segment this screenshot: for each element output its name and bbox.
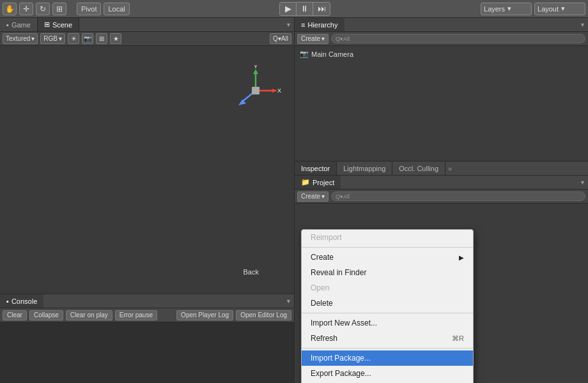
refresh-label: Refresh <box>311 334 337 343</box>
menu-sep-1 <box>302 247 473 248</box>
game-tab-icon: ▪ <box>6 21 9 29</box>
hierarchy-panel: ≡ Hierarchy ▼ Create ▾ Q▾All 📷 Main Came <box>295 18 588 161</box>
console-icon: ▪ <box>6 297 9 305</box>
hierarchy-content: 📷 Main Camera <box>295 46 588 161</box>
create-menu-label: Create <box>311 253 334 262</box>
tab-project[interactable]: 📁 Project <box>295 176 341 189</box>
menu-open: Open <box>302 280 473 296</box>
svg-text:X: X <box>277 87 281 94</box>
clear-on-play-btn[interactable]: Clear on play <box>66 310 112 320</box>
camera-item-icon: 📷 <box>300 50 309 58</box>
menu-refresh[interactable]: Refresh ⌘R <box>302 331 473 346</box>
tab-hierarchy[interactable]: ≡ Hierarchy <box>295 18 344 31</box>
menu-import-package[interactable]: Import Package... <box>302 350 473 366</box>
svg-rect-8 <box>252 87 259 94</box>
context-menu: Reimport Create ▶ Reveal in Finder Open … <box>301 229 474 383</box>
grid-btn[interactable]: ⊞ <box>96 33 107 44</box>
tab-scene[interactable]: ⊞ Scene <box>38 18 79 31</box>
rgb-dropdown[interactable]: RGB ▾ <box>40 33 65 44</box>
hierarchy-create-btn[interactable]: Create ▾ <box>297 34 329 44</box>
hierarchy-minimize-btn[interactable]: ▼ <box>577 22 588 28</box>
local-btn[interactable]: Local <box>104 3 129 15</box>
all-label: Q▾All <box>273 35 288 42</box>
svg-marker-4 <box>272 89 277 93</box>
layers-dropdown[interactable]: Layers ▾ <box>481 3 532 15</box>
all-dropdown[interactable]: Q▾All <box>270 33 291 44</box>
fx-btn[interactable]: ★ <box>110 33 121 44</box>
inspector-tabs: Inspector Lightmapping Occl. Culling » <box>295 161 588 176</box>
project-toolbar: Create ▾ Q▾All <box>295 190 588 204</box>
play-controls: ▶ ⏸ ⏭ <box>279 2 330 16</box>
sun-btn[interactable]: ☀ <box>68 33 79 44</box>
tab-occl-culling[interactable]: Occl. Culling <box>392 161 445 175</box>
rgb-label: RGB <box>43 35 58 42</box>
open-label: Open <box>311 283 329 292</box>
hierarchy-header: ≡ Hierarchy ▼ <box>295 18 588 32</box>
menu-import-new-asset[interactable]: Import New Asset... <box>302 315 473 331</box>
console-minimize-icon: ▼ <box>286 298 291 304</box>
scale-tool-btn[interactable]: ⊞ <box>52 3 66 15</box>
inspector-tabs-overflow[interactable]: » <box>445 165 454 172</box>
pause-btn[interactable]: ⏸ <box>297 3 313 15</box>
console-minimize-btn[interactable]: ▼ <box>283 294 294 308</box>
console-toolbar: Clear Collapse Clear on play Error pause… <box>0 308 294 322</box>
project-create-btn[interactable]: Create ▾ <box>297 192 329 202</box>
scene-minimize-btn[interactable]: ▼ <box>283 18 294 31</box>
menu-create[interactable]: Create ▶ <box>302 250 473 265</box>
hierarchy-icon: ≡ <box>301 21 305 29</box>
pivot-btn[interactable]: Pivot <box>77 3 101 15</box>
tab-inspector[interactable]: Inspector <box>295 161 337 175</box>
hierarchy-search[interactable]: Q▾All <box>331 34 585 43</box>
camera-btn[interactable]: 📷 <box>82 33 93 44</box>
error-pause-btn[interactable]: Error pause <box>115 310 157 320</box>
step-btn[interactable]: ⏭ <box>313 3 330 15</box>
menu-reveal-finder[interactable]: Reveal in Finder <box>302 265 473 280</box>
project-search-text: Q▾All <box>336 193 350 200</box>
rotate-tool-btn[interactable]: ↻ <box>36 3 50 15</box>
play-btn[interactable]: ▶ <box>280 3 297 15</box>
console-tabbar: ▪ Console ▼ <box>0 294 294 308</box>
import-package-label: Import Package... <box>311 354 371 363</box>
tab-game[interactable]: ▪ Game <box>0 18 38 31</box>
svg-marker-1 <box>253 69 258 74</box>
project-search[interactable]: Q▾All <box>331 192 585 201</box>
collapse-btn[interactable]: Collapse <box>29 310 63 320</box>
hierarchy-toolbar: Create ▾ Q▾All <box>295 32 588 46</box>
open-editor-log-btn[interactable]: Open Editor Log <box>236 310 291 320</box>
left-panel: ▪ Game ⊞ Scene ▼ Textured ▾ RGB ▾ ☀ 📷 <box>0 18 295 383</box>
layers-label: Layers <box>484 5 506 13</box>
project-content: Reimport Create ▶ Reveal in Finder Open … <box>295 204 588 383</box>
back-label: Back <box>244 268 259 276</box>
project-header: 📁 Project ▼ <box>295 176 588 190</box>
project-tab-label: Project <box>313 179 334 186</box>
clear-btn[interactable]: Clear <box>3 310 27 320</box>
hierarchy-item-main-camera[interactable]: 📷 Main Camera <box>297 49 585 59</box>
delete-label: Delete <box>311 299 333 308</box>
move-tool-btn[interactable]: ✛ <box>19 3 33 15</box>
textured-label: Textured <box>6 35 30 42</box>
top-toolbar: ✋ ✛ ↻ ⊞ Pivot Local ▶ ⏸ ⏭ Layers ▾ Layou… <box>0 0 588 18</box>
menu-export-package[interactable]: Export Package... <box>302 366 473 381</box>
open-player-log-btn[interactable]: Open Player Log <box>176 310 233 320</box>
project-panel: 📁 Project ▼ Create ▾ Q▾All R <box>295 176 588 383</box>
hand-tool-btn[interactable]: ✋ <box>3 3 17 15</box>
project-icon: 📁 <box>301 178 310 186</box>
menu-delete[interactable]: Delete <box>302 296 473 311</box>
create-label: Create <box>301 35 320 42</box>
project-minimize-btn[interactable]: ▼ <box>577 179 588 186</box>
scene-tab-icon: ⊞ <box>44 20 50 29</box>
scene-content: Y X Back <box>0 46 294 294</box>
textured-arrow-icon: ▾ <box>31 35 35 42</box>
minimize-icon: ▼ <box>286 22 291 28</box>
scene-toolbar: Textured ▾ RGB ▾ ☀ 📷 ⊞ ★ Q▾All <box>0 32 294 46</box>
hierarchy-tab-label: Hierarchy <box>307 21 337 29</box>
textured-dropdown[interactable]: Textured ▾ <box>3 33 38 44</box>
main-area: ▪ Game ⊞ Scene ▼ Textured ▾ RGB ▾ ☀ 📷 <box>0 18 588 383</box>
tab-console[interactable]: ▪ Console <box>0 294 43 308</box>
pivot-label: Pivot <box>81 5 97 13</box>
tab-lightmapping[interactable]: Lightmapping <box>337 161 392 175</box>
layout-dropdown[interactable]: Layout ▾ <box>534 3 585 15</box>
project-create-arrow-icon: ▾ <box>321 193 325 200</box>
menu-sep-3 <box>302 348 473 349</box>
local-label: Local <box>108 5 125 13</box>
